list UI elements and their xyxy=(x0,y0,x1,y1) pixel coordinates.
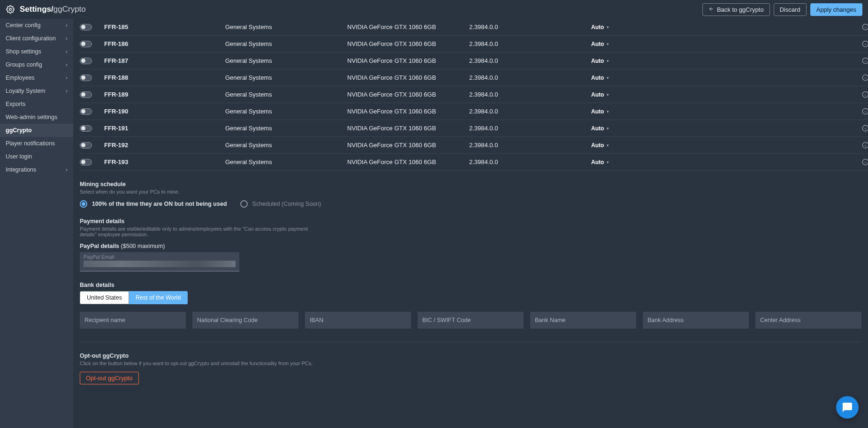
sidebar-item-center-config[interactable]: Center config› xyxy=(0,19,73,32)
table-row: FFR-185General SystemsNVIDIA GeForce GTX… xyxy=(80,19,868,36)
table-row: FFR-188General SystemsNVIDIA GeForce GTX… xyxy=(80,69,868,86)
opt-out-title: Opt-out ggCrypto xyxy=(80,353,861,359)
sidebar-item-shop-settings[interactable]: Shop settings› xyxy=(0,45,73,58)
chevron-right-icon: › xyxy=(66,88,68,94)
row-toggle[interactable] xyxy=(80,58,92,64)
row-toggle[interactable] xyxy=(80,24,92,30)
sidebar-item-label: Center config xyxy=(6,22,40,29)
chevron-right-icon: › xyxy=(66,48,68,55)
auto-dropdown[interactable]: Auto▼ xyxy=(591,41,609,47)
auto-dropdown-label: Auto xyxy=(591,142,604,149)
pc-name: FFR-189 xyxy=(104,91,225,98)
info-icon[interactable] xyxy=(856,23,868,30)
row-toggle[interactable] xyxy=(80,91,92,98)
back-arrow-icon xyxy=(708,6,714,13)
bank-field-recipient-name[interactable]: Recipient name xyxy=(80,312,186,329)
pc-system: General Systems xyxy=(225,40,347,47)
sidebar-item-label: User login xyxy=(6,153,32,160)
sidebar-item-label: Integrations xyxy=(6,166,36,173)
sidebar-item-exports[interactable]: Exports xyxy=(0,98,73,111)
info-icon[interactable] xyxy=(856,125,868,132)
info-icon[interactable] xyxy=(856,40,868,47)
info-icon[interactable] xyxy=(856,74,868,81)
sidebar-item-label: Loyalty System xyxy=(6,88,46,94)
caret-down-icon: ▼ xyxy=(606,143,609,148)
caret-down-icon: ▼ xyxy=(606,25,609,30)
sidebar-item-label: Shop settings xyxy=(6,48,41,55)
pc-gpu: NVIDIA GeForce GTX 1060 6GB xyxy=(347,158,469,165)
sidebar-item-player-notifications[interactable]: Player notifications xyxy=(0,137,73,150)
chevron-right-icon: › xyxy=(66,75,68,81)
pc-name: FFR-186 xyxy=(104,40,225,47)
pc-system: General Systems xyxy=(225,108,347,115)
auto-dropdown[interactable]: Auto▼ xyxy=(591,24,609,30)
sidebar-item-label: Client configuration xyxy=(6,35,56,42)
opt-out-desc: Click on the button below if you want to… xyxy=(80,360,324,366)
pc-version: 2.3984.0.0 xyxy=(469,108,591,115)
tab-united-states[interactable]: United States xyxy=(80,291,129,304)
info-icon[interactable] xyxy=(856,108,868,115)
auto-dropdown[interactable]: Auto▼ xyxy=(591,142,609,149)
auto-dropdown[interactable]: Auto▼ xyxy=(591,108,609,115)
sidebar-item-employees[interactable]: Employees› xyxy=(0,71,73,84)
pc-system: General Systems xyxy=(225,23,347,30)
sidebar-item-integrations[interactable]: Integrations› xyxy=(0,163,73,176)
bank-field-bic-swift-code[interactable]: BIC / SWIFT Code xyxy=(418,312,524,329)
row-toggle[interactable] xyxy=(80,41,92,47)
auto-dropdown[interactable]: Auto▼ xyxy=(591,91,609,98)
row-toggle[interactable] xyxy=(80,108,92,115)
sidebar-item-loyalty-system[interactable]: Loyalty System› xyxy=(0,84,73,98)
sidebar-item-user-login[interactable]: User login xyxy=(0,150,73,163)
bank-field-bank-name[interactable]: Bank Name xyxy=(530,312,636,329)
payment-details-desc: Payment details are visible/editable onl… xyxy=(80,226,324,237)
bank-field-iban[interactable]: IBAN xyxy=(305,312,411,329)
chat-widget-button[interactable] xyxy=(836,396,859,419)
auto-dropdown[interactable]: Auto▼ xyxy=(591,58,609,64)
sidebar-item-groups-config[interactable]: Groups config› xyxy=(0,58,73,71)
sidebar-item-web-admin-settings[interactable]: Web-admin settings xyxy=(0,111,73,124)
row-toggle[interactable] xyxy=(80,159,92,165)
sidebar-item-client-configuration[interactable]: Client configuration› xyxy=(0,32,73,45)
tab-rest-of-world[interactable]: Rest of the World xyxy=(129,291,188,304)
bank-field-bank-address[interactable]: Bank Address xyxy=(643,312,749,329)
mining-option-always[interactable]: 100% of the time they are ON but not bei… xyxy=(80,200,227,208)
info-icon[interactable] xyxy=(856,158,868,165)
payment-details-title: Payment details xyxy=(80,218,861,225)
bank-field-national-clearing-code[interactable]: National Clearing Code xyxy=(192,312,298,329)
breadcrumb: Settings/ggCrypto xyxy=(20,5,86,14)
info-icon[interactable] xyxy=(856,142,868,149)
pc-name: FFR-192 xyxy=(104,142,225,149)
header: Settings/ggCrypto Back to ggCrypto Disca… xyxy=(0,0,868,19)
auto-dropdown[interactable]: Auto▼ xyxy=(591,159,609,165)
auto-dropdown-label: Auto xyxy=(591,41,604,47)
auto-dropdown[interactable]: Auto▼ xyxy=(591,75,609,81)
sidebar-item-ggcrypto[interactable]: ggCrypto xyxy=(0,124,73,137)
svg-point-0 xyxy=(9,8,12,11)
bank-field-center-address[interactable]: Center Address xyxy=(755,312,861,329)
row-toggle[interactable] xyxy=(80,75,92,81)
pc-gpu: NVIDIA GeForce GTX 1060 6GB xyxy=(347,40,469,47)
pc-version: 2.3984.0.0 xyxy=(469,57,591,64)
back-button[interactable]: Back to ggCrypto xyxy=(702,3,770,16)
pc-system: General Systems xyxy=(225,158,347,165)
pc-name: FFR-193 xyxy=(104,158,225,165)
apply-changes-button[interactable]: Apply changes xyxy=(810,3,862,16)
info-icon[interactable] xyxy=(856,57,868,64)
mining-schedule-title: Mining schedule xyxy=(80,181,861,188)
row-toggle[interactable] xyxy=(80,142,92,149)
pc-table: FFR-185General SystemsNVIDIA GeForce GTX… xyxy=(80,19,868,171)
paypal-email-field[interactable]: PayPal Email xyxy=(80,252,239,271)
row-toggle[interactable] xyxy=(80,125,92,132)
auto-dropdown-label: Auto xyxy=(591,125,604,132)
auto-dropdown-label: Auto xyxy=(591,159,604,165)
chevron-right-icon: › xyxy=(66,166,68,173)
opt-out-button[interactable]: Opt-out ggCrypto xyxy=(80,372,139,384)
caret-down-icon: ▼ xyxy=(606,160,609,165)
radio-icon xyxy=(80,200,87,208)
auto-dropdown[interactable]: Auto▼ xyxy=(591,125,609,132)
info-icon[interactable] xyxy=(856,91,868,98)
pc-system: General Systems xyxy=(225,91,347,98)
caret-down-icon: ▼ xyxy=(606,76,609,80)
table-row: FFR-189General SystemsNVIDIA GeForce GTX… xyxy=(80,86,868,103)
discard-button[interactable]: Discard xyxy=(774,3,807,16)
